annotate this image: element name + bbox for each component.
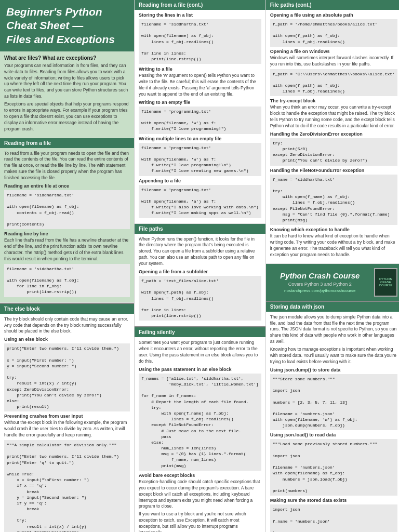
reading-line-desc: Each line that's read from the file has … (4, 237, 130, 262)
know-exception-desc: It can be hard to know what kind of exce… (270, 233, 397, 258)
avoid-bare-desc2: If you want to use a try block and you'r… (139, 511, 261, 532)
stored-data-exists-sub: Making sure the stored data exists (270, 498, 397, 503)
reading-line-subtitle: Reading line by line (4, 231, 130, 236)
else-block-code1: print("Enter two numbers. I'll divide th… (4, 343, 130, 411)
json-dump-sub: Using json.dump() to store data (270, 367, 397, 373)
zero-div-sub: Handling the ZeroDivisionError exception (270, 131, 397, 137)
absolute-path-code: f_path = '/home/ehmatthes/books/alice.tx… (270, 19, 397, 47)
avoid-bare-desc1: Exception-handling code should catch spe… (139, 479, 261, 510)
writing-empty-sub: Writing to an empty file (139, 100, 261, 105)
file-subfolder-sub: Opening a file from a subfolder (139, 269, 261, 274)
column-3: File paths (cont.) Opening a file using … (265, 0, 399, 532)
pass-statement-sub: Using the pass statement in an else bloc… (139, 367, 261, 372)
else-block-heading: The else block (0, 304, 134, 314)
storing-lines-code: filename = 'siddhartha.txt' with open(fi… (139, 19, 261, 64)
book-promo-section: Python Crash Course Covers Python 3 and … (266, 264, 399, 301)
zero-div-code: try: print(5/0) except ZeroDivisionError… (270, 138, 397, 166)
windows-path-desc: Windows will sometimes interpret forward… (270, 55, 397, 68)
json-load-code: """Load some previously stored numbers."… (270, 439, 397, 496)
writing-multi-sub: Writing multiple lines to an empty file (139, 136, 261, 141)
writing-file-desc: Passing the 'w' argument to open() tells… (139, 73, 261, 98)
preventing-crashes-sub: Preventing crashes from user input (4, 414, 130, 419)
preventing-crashes-desc: Without the except block in the followin… (4, 420, 130, 438)
failing-silently-desc: Sometimes you want your program to just … (139, 340, 261, 365)
file-not-found-sub: Handling the FileNotFoundError exception (270, 168, 397, 173)
pass-statement-code: f_names = ['alice.txt', 'siddhartha.txt'… (139, 374, 261, 471)
storing-json-desc2: Knowing how to manage exceptions is impo… (270, 347, 397, 365)
what-files-para2: Exceptions are special objects that help… (4, 101, 130, 132)
file-not-found-code: f_name = 'siddhartha.txt' try: with open… (270, 175, 397, 225)
json-dump-code: """Store some numbers.""" import json nu… (270, 374, 397, 431)
file-paths-section: File paths When Python runs the open() f… (135, 224, 265, 327)
reading-file-section: Reading from a file To read from a file … (0, 138, 134, 303)
else-block-sub1: Using an else block (4, 337, 130, 342)
absolute-path-sub: Opening a file using an absolute path (270, 12, 397, 18)
writing-empty-code: filename = 'programming.txt' with open(f… (139, 107, 261, 134)
else-block-section: The else block The try block should only… (0, 303, 134, 532)
storing-json-desc1: The json module allows you to dump simpl… (270, 314, 397, 345)
writing-file-sub: Writing to a file (139, 66, 261, 72)
book-url: nostarchpress.com/pythoncrashcourse (270, 288, 370, 293)
title-block: Beginner's Python Cheat Sheet — Files an… (0, 0, 134, 51)
reading-line-code: filename = 'siddhartha.txt' with open(fi… (4, 264, 130, 297)
try-except-desc: When you think an error may occur, you c… (270, 104, 397, 129)
reading-file-desc: To read from a file your program needs t… (4, 151, 130, 181)
windows-path-code: f_path = 'C:\\Users\\ehmatthes\\books\\a… (270, 69, 397, 97)
else-block-desc: The try block should only contain code t… (4, 316, 130, 335)
windows-path-sub: Opening a file on Windows (270, 49, 397, 54)
page-title: Beginner's Python Cheat Sheet — Files an… (6, 5, 128, 46)
what-files-heading: What are files? What are exceptions? (4, 55, 130, 61)
appending-code: filename = 'programming.txt' with open(f… (139, 185, 261, 218)
preventing-crashes-code: """A simple calculator for division only… (4, 440, 130, 532)
try-except-sub: The try-except block (270, 98, 397, 103)
file-paths-cont-heading: File paths (cont.) (266, 0, 399, 10)
file-paths-desc: When Python runs the open() function, it… (139, 236, 261, 267)
reading-file-heading: Reading from a file (0, 138, 134, 148)
writing-multi-code: filename = 'programming.txt' with open(f… (139, 143, 261, 176)
failing-silently-heading: Failing silently (135, 327, 265, 337)
storing-lines-sub: Storing the lines in a list (139, 12, 261, 18)
reading-entire-code: filename = 'siddhartha.txt' with open(fi… (4, 190, 130, 229)
file-subfolder-code: f_path = 'text_files/alice.txt' with ope… (139, 276, 261, 321)
book-promo-wrapper: Python Crash Course Covers Python 3 and … (270, 268, 397, 297)
storing-json-heading: Storing data with json (266, 302, 399, 312)
what-files-para1: Your programs can read information in fr… (4, 63, 130, 100)
book-subtitle: Covers Python 3 and Python 2 (270, 282, 370, 287)
reading-entire-subtitle: Reading an entire file at once (4, 183, 130, 189)
failing-silently-section: Failing silently Sometimes you want your… (135, 326, 265, 532)
book-title: Python Crash Course (270, 271, 370, 280)
json-load-sub: Using json.load() to read data (270, 432, 397, 437)
reading-cont-heading: Reading from a file (cont.) (135, 0, 265, 10)
reading-cont-section: Reading from a file (cont.) Storing the … (135, 0, 265, 224)
column-1: Beginner's Python Cheat Sheet — Files an… (0, 0, 134, 532)
file-paths-cont-section: File paths (cont.) Opening a file using … (266, 0, 399, 264)
book-cover-image: PYTHONCRASHCOURSE (374, 268, 397, 297)
column-2: Reading from a file (cont.) Storing the … (134, 0, 265, 532)
file-paths-heading: File paths (135, 224, 265, 234)
know-exception-sub: Knowing which exception to handle (270, 227, 397, 232)
what-files-section: What are files? What are exceptions? You… (0, 51, 134, 138)
avoid-bare-sub: Avoid bare except blocks (139, 473, 261, 478)
storing-json-section: Storing data with json The json module a… (266, 301, 399, 532)
stored-data-exists-code: import json f_name = 'numbers.json' try:… (270, 504, 397, 532)
appending-sub: Appending to a file (139, 178, 261, 183)
